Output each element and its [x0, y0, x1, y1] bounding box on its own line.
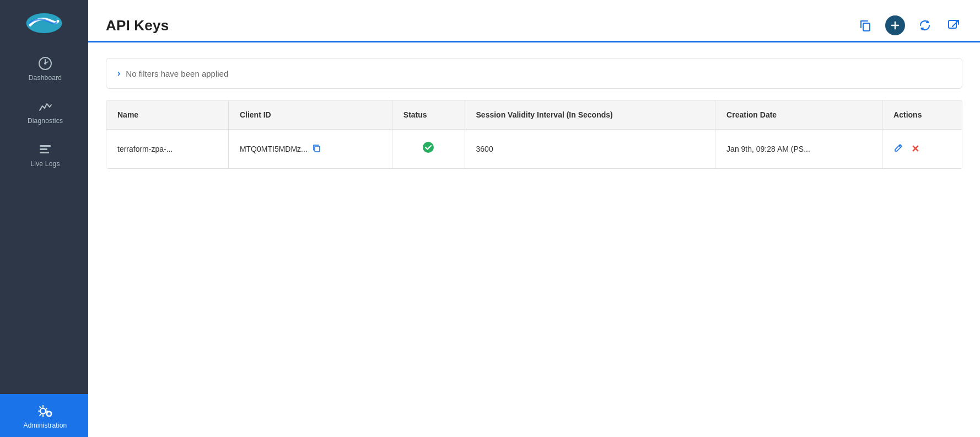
- sidebar: Dashboard Diagnostics Live Logs: [0, 0, 88, 437]
- main-content: API Keys: [88, 0, 980, 437]
- add-icon: [890, 20, 901, 31]
- svg-point-14: [423, 142, 434, 153]
- col-status: Status: [392, 100, 465, 130]
- copy-button[interactable]: [857, 17, 874, 34]
- filter-chevron-icon: ›: [117, 68, 120, 78]
- svg-point-6: [40, 408, 46, 414]
- cell-client-id: MTQ0MTI5MDMz...: [228, 130, 392, 169]
- delete-button[interactable]: ✕: [911, 143, 919, 155]
- filter-text: No filters have been applied: [126, 69, 228, 78]
- page-title: API Keys: [106, 17, 169, 34]
- sidebar-bottom: Administration: [0, 394, 88, 437]
- col-actions: Actions: [882, 100, 962, 130]
- logo-icon: [24, 11, 64, 35]
- svg-rect-13: [315, 146, 320, 152]
- cell-creation-date: Jan 9th, 09:28 AM (PS...: [715, 130, 882, 169]
- svg-line-15: [899, 146, 901, 147]
- cell-session-validity: 3600: [465, 130, 715, 169]
- add-button[interactable]: [885, 15, 905, 35]
- external-link-button[interactable]: [945, 17, 962, 34]
- svg-rect-5: [40, 152, 49, 153]
- edit-button[interactable]: [893, 143, 903, 156]
- dashboard-label: Dashboard: [29, 74, 62, 82]
- copy-icon: [859, 19, 872, 32]
- header-actions: [857, 15, 962, 35]
- page-header: API Keys: [88, 0, 980, 42]
- dashboard-icon: [38, 56, 52, 71]
- sidebar-logo: [0, 0, 88, 46]
- diagnostics-label: Diagnostics: [28, 117, 63, 125]
- cell-name: terraform-zpa-...: [106, 130, 228, 169]
- sidebar-navigation: Dashboard Diagnostics Live Logs: [0, 46, 88, 394]
- diagnostics-icon: [38, 99, 52, 114]
- live-logs-icon: [38, 142, 52, 157]
- refresh-icon: [918, 19, 931, 32]
- svg-rect-8: [863, 23, 870, 31]
- refresh-button[interactable]: [916, 17, 934, 34]
- api-keys-table-container: Name Client ID Status Session Validity I…: [106, 100, 962, 169]
- sidebar-item-administration[interactable]: Administration: [0, 394, 88, 437]
- status-active-icon: [422, 141, 435, 157]
- table-row: terraform-zpa-... MTQ0MTI5MDMz...: [106, 130, 962, 169]
- col-session-validity: Session Validity Interval (In Seconds): [465, 100, 715, 130]
- sidebar-item-dashboard[interactable]: Dashboard: [0, 46, 88, 89]
- administration-icon: [37, 404, 53, 418]
- svg-line-12: [952, 20, 959, 26]
- api-keys-table: Name Client ID Status Session Validity I…: [106, 100, 962, 168]
- table-header-row: Name Client ID Status Session Validity I…: [106, 100, 962, 130]
- filter-bar[interactable]: › No filters have been applied: [106, 58, 962, 89]
- sidebar-item-diagnostics[interactable]: Diagnostics: [0, 89, 88, 132]
- cell-actions: ✕: [882, 130, 962, 169]
- live-logs-label: Live Logs: [30, 160, 60, 168]
- col-client-id: Client ID: [228, 100, 392, 130]
- col-creation-date: Creation Date: [715, 100, 882, 130]
- sidebar-item-live-logs[interactable]: Live Logs: [0, 132, 88, 175]
- svg-rect-3: [40, 145, 51, 147]
- svg-rect-4: [40, 148, 47, 150]
- cell-status: [392, 130, 465, 169]
- client-id-value: MTQ0MTI5MDMz...: [240, 145, 308, 153]
- col-name: Name: [106, 100, 228, 130]
- client-id-copy-icon[interactable]: [312, 143, 321, 155]
- administration-label: Administration: [24, 422, 67, 429]
- external-link-icon: [947, 19, 960, 32]
